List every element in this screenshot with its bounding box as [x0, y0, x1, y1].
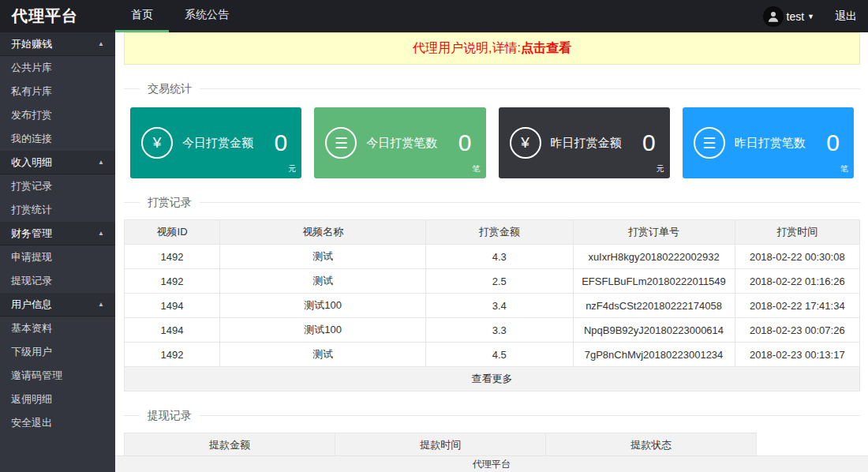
section-title-stats: 交易统计 [124, 81, 860, 96]
sidebar-item-label: 我的连接 [11, 133, 52, 144]
reward-table: 视频ID视频名称打赏金额打赏订单号打赏时间 1492测试4.3xuIxrH8kg… [124, 219, 860, 391]
reward-table-body: 1492测试4.3xuIxrH8kgy201802220029322018-02… [125, 245, 860, 367]
sidebar-item-label: 申请提现 [11, 251, 52, 263]
arrow-up-icon: ▲ [98, 32, 104, 56]
sidebar-item-label: 私有片库 [11, 85, 52, 97]
column-header: 提款时间 [335, 433, 546, 458]
table-row: 1492测试4.57gP8nChMvj201802230012342018-02… [125, 343, 860, 367]
stat-card-unit: 笔 [473, 163, 481, 174]
stat-card-label: 昨日打赏笔数 [735, 136, 806, 151]
yen-icon: ¥ [141, 127, 173, 159]
stat-card-value: 0 [275, 129, 291, 156]
stat-card-unit: 笔 [840, 163, 848, 174]
sidebar-item-3[interactable]: 发布打赏 [0, 103, 115, 127]
sidebar-item-15[interactable]: 返佣明细 [0, 388, 115, 411]
stat-card-2: ¥昨日打赏金额0元 [499, 107, 670, 178]
sidebar-item-9[interactable]: 申请提现 [0, 245, 115, 269]
cell: 1494 [125, 318, 220, 343]
cell: 测试 [220, 245, 426, 269]
cell: 测试100 [220, 294, 426, 318]
sidebar-item-4[interactable]: 我的连接 [0, 127, 115, 151]
topbar-right: test ▼ 退出 [763, 0, 868, 32]
table-header-row: 提款金额提款时间提款状态 [125, 433, 757, 458]
cell: xuIxrH8kgy20180222002932 [573, 245, 735, 269]
sidebar-item-10[interactable]: 提现记录 [0, 269, 115, 293]
sidebar-item-label: 下级用户 [11, 346, 52, 358]
avatar[interactable] [763, 6, 784, 27]
stat-card-0: ¥今日打赏金额0元 [130, 107, 301, 178]
sidebar-item-6[interactable]: 打赏记录 [0, 174, 115, 198]
stat-card-unit: 元 [288, 163, 296, 174]
main-content: 代理用户说明,详情:点击查看 交易统计 ¥今日打赏金额0元☰今日打赏笔数0笔¥昨… [115, 32, 868, 472]
column-header: 视频名称 [220, 220, 426, 245]
cell: NpqB9B92yJ20180223000614 [573, 318, 735, 343]
stat-card-label: 今日打赏金额 [182, 136, 253, 151]
stat-card-value: 0 [642, 129, 659, 156]
yen-icon: ¥ [510, 127, 541, 159]
cell: 1492 [125, 245, 220, 269]
cell: 2018-02-22 17:41:34 [735, 294, 859, 318]
sidebar-item-label: 财务管理 [11, 222, 52, 245]
caret-down-icon: ▼ [807, 13, 814, 21]
notice-link[interactable]: 点击查看 [521, 41, 571, 54]
cell: 1492 [125, 269, 220, 294]
sidebar-item-label: 开始赚钱 [11, 32, 52, 56]
reward-table-head: 视频ID视频名称打赏金额打赏订单号打赏时间 [125, 220, 860, 245]
cell: 2.5 [426, 269, 573, 294]
sidebar-item-5[interactable]: 收入明细▲ [0, 151, 115, 174]
cell: 2018-02-22 00:30:08 [735, 245, 859, 269]
sidebar-item-label: 打赏统计 [11, 204, 52, 215]
username[interactable]: test [787, 10, 805, 23]
user-menu[interactable]: test ▼ [763, 6, 815, 27]
stat-card-label: 今日打赏笔数 [366, 136, 437, 151]
topbar: 代理平台 首页系统公告 test ▼ 退出 [0, 0, 868, 32]
sidebar-item-label: 用户信息 [11, 293, 52, 317]
stat-card-value: 0 [826, 129, 843, 156]
column-header: 视频ID [125, 220, 220, 245]
sidebar: 开始赚钱▲公共片库私有片库发布打赏我的连接收入明细▲打赏记录打赏统计财务管理▲申… [0, 32, 115, 472]
cell: 测试 [220, 343, 426, 367]
sidebar-item-label: 返佣明细 [11, 393, 52, 405]
sidebar-item-1[interactable]: 公共片库 [0, 56, 115, 80]
topbar-nav: 首页系统公告 [115, 0, 245, 32]
stat-card-unit: 元 [657, 163, 664, 174]
sidebar-item-13[interactable]: 下级用户 [0, 340, 115, 364]
cell: 3.4 [426, 294, 573, 318]
nav-tab-0[interactable]: 首页 [115, 0, 169, 32]
cell: EFSFLBuFLm20180222011549 [573, 269, 735, 294]
sidebar-item-label: 安全退出 [11, 417, 52, 429]
notice-text: 代理用户说明,详情: [413, 41, 521, 54]
cell: 测试100 [220, 318, 426, 343]
view-more-row[interactable]: 查看更多 [125, 367, 860, 391]
cell: 2018-02-23 00:07:26 [735, 318, 859, 343]
logout-button[interactable]: 退出 [835, 9, 857, 24]
list-icon: ☰ [694, 127, 725, 159]
stat-card-label: 昨日打赏金额 [551, 136, 622, 151]
sidebar-item-16[interactable]: 安全退出 [0, 411, 115, 435]
section-title-withdraw: 提现记录 [124, 407, 860, 423]
column-header: 打赏时间 [735, 220, 859, 245]
sidebar-item-7[interactable]: 打赏统计 [0, 198, 115, 222]
cell: 2018-02-23 00:13:17 [735, 343, 859, 367]
sidebar-item-0[interactable]: 开始赚钱▲ [0, 32, 115, 56]
sidebar-item-2[interactable]: 私有片库 [0, 80, 115, 103]
page-footer: 代理平台 [115, 455, 868, 472]
column-header: 提款状态 [546, 433, 757, 458]
sidebar-item-12[interactable]: 基本资料 [0, 317, 115, 340]
table-header-row: 视频ID视频名称打赏金额打赏订单号打赏时间 [125, 220, 860, 245]
sidebar-item-label: 公共片库 [11, 62, 52, 73]
cell: 测试 [220, 269, 426, 294]
brand-title: 代理平台 [0, 0, 115, 32]
arrow-up-icon: ▲ [98, 293, 104, 317]
sidebar-item-label: 基本资料 [11, 322, 52, 334]
view-more-button[interactable]: 查看更多 [125, 367, 860, 391]
nav-tab-1[interactable]: 系统公告 [169, 0, 245, 32]
sidebar-item-8[interactable]: 财务管理▲ [0, 222, 115, 245]
sidebar-item-11[interactable]: 用户信息▲ [0, 293, 115, 317]
sidebar-item-14[interactable]: 邀请码管理 [0, 364, 115, 388]
arrow-up-icon: ▲ [98, 151, 104, 174]
list-icon: ☰ [325, 127, 357, 159]
withdraw-table-head: 提款金额提款时间提款状态 [125, 433, 757, 458]
stat-cards: ¥今日打赏金额0元☰今日打赏笔数0笔¥昨日打赏金额0元☰昨日打赏笔数0笔 [130, 107, 854, 178]
cell: nzF4dsCSt220180222174058 [573, 294, 735, 318]
